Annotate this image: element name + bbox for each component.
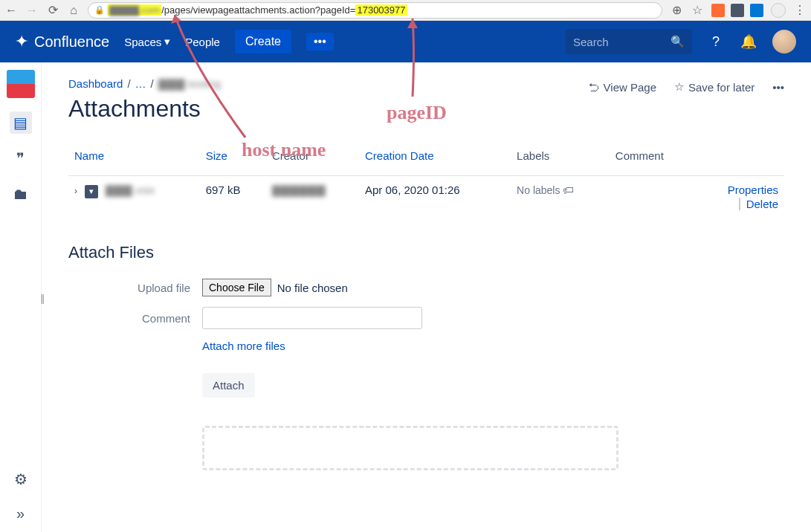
search-input[interactable]: Search 🔍 — [566, 29, 692, 54]
tree-icon[interactable]: 🖿 — [10, 183, 32, 205]
crumb-dashboard[interactable]: Dashboard — [68, 77, 123, 91]
attach-files-heading: Attach Files — [68, 243, 784, 262]
confluence-logo[interactable]: ✦ Confluence — [15, 32, 109, 51]
no-file-text: No file chosen — [277, 282, 348, 294]
attach-more-link[interactable]: Attach more files — [202, 340, 285, 352]
search-placeholder: Search — [573, 36, 609, 48]
view-page-link[interactable]: ⮌View Page — [588, 81, 656, 94]
product-name: Confluence — [34, 33, 109, 51]
comment-input[interactable] — [202, 307, 422, 329]
app-header: ✦ Confluence Spaces▾ People Create ••• S… — [0, 21, 811, 62]
main-content: ⮌View Page ☆Save for later ••• Dashboard… — [42, 62, 811, 532]
page-actions: ⮌View Page ☆Save for later ••• — [588, 80, 784, 94]
upload-file-label: Upload file — [68, 282, 202, 294]
table-row: › ▾ ▇▇▇.vsix 697 kB ▇▇▇▇▇▇ Apr 06, 2020 … — [68, 176, 784, 218]
profile-avatar-browser[interactable] — [771, 3, 786, 18]
reload-button[interactable]: ⟳ — [46, 4, 59, 17]
col-comment: Comment — [610, 142, 695, 176]
blog-icon[interactable]: ❞ — [10, 147, 32, 169]
extension-2[interactable] — [731, 4, 744, 17]
page-more-menu[interactable]: ••• — [772, 81, 784, 94]
crumb-ellipsis[interactable]: … — [135, 77, 146, 91]
nav-spaces[interactable]: Spaces▾ — [124, 35, 170, 48]
expand-toggle[interactable]: › — [74, 186, 77, 196]
arrow-left-icon: ⮌ — [588, 81, 599, 94]
attachments-table: Name Size Creator Creation Date Labels C… — [68, 142, 784, 218]
app-body: ▤ ❞ 🖿 ‖ ⚙ » ⮌View Page ☆Save for later •… — [0, 62, 811, 532]
tag-icon[interactable]: 🏷 — [563, 184, 574, 196]
save-for-later-link[interactable]: ☆Save for later — [674, 80, 755, 94]
url-pageid-highlight: 173003977 — [355, 4, 407, 16]
space-icon[interactable] — [7, 70, 35, 98]
create-button[interactable]: Create — [235, 30, 291, 53]
choose-file-button[interactable]: Choose File — [202, 279, 271, 296]
extension-1[interactable] — [711, 4, 725, 17]
url-host-highlight: ▇▇▇▇.com — [108, 4, 161, 16]
comment-label: Comment — [68, 312, 202, 325]
profile-avatar[interactable] — [772, 30, 796, 53]
url-path: /pages/viewpageattachments.action?pageId… — [161, 4, 355, 16]
notifications-icon[interactable]: 🔔 — [740, 33, 757, 51]
col-name[interactable]: Name — [68, 142, 200, 176]
home-button[interactable]: ⌂ — [67, 4, 80, 17]
col-labels: Labels — [511, 142, 610, 176]
star-outline-icon: ☆ — [674, 80, 684, 94]
properties-link[interactable]: Properties — [701, 184, 778, 196]
star-icon[interactable]: ☆ — [691, 4, 704, 17]
page-title: Attachments — [68, 95, 784, 123]
settings-icon[interactable]: ⚙ — [10, 468, 32, 490]
col-creator: Creator — [266, 142, 359, 176]
lock-icon: 🔒 — [94, 5, 105, 15]
dropzone[interactable] — [202, 426, 618, 470]
address-bar[interactable]: 🔒 ▇▇▇▇.com/pages/viewpageattachments.act… — [88, 2, 662, 19]
back-button[interactable]: ← — [4, 4, 18, 17]
browser-toolbar: ← → ⟳ ⌂ 🔒 ▇▇▇▇.com/pages/viewpageattachm… — [0, 0, 811, 21]
nav-people[interactable]: People — [185, 36, 220, 48]
zoom-icon[interactable]: ⊕ — [670, 4, 683, 17]
delete-link[interactable]: Delete — [739, 198, 778, 210]
chevron-down-icon: ▾ — [164, 35, 170, 48]
file-name[interactable]: ▇▇▇.vsix — [106, 184, 155, 196]
file-icon: ▾ — [85, 185, 98, 198]
extension-icons — [711, 4, 763, 17]
attach-button[interactable]: Attach — [202, 373, 255, 398]
breadcrumb: Dashboard / … / ▇▇▇ tooling — [68, 77, 588, 91]
expand-icon[interactable]: » — [10, 502, 32, 525]
pages-icon[interactable]: ▤ — [10, 111, 32, 134]
help-icon[interactable]: ? — [707, 33, 725, 51]
confluence-icon: ✦ — [15, 32, 28, 51]
crumb-current[interactable]: ▇▇▇ tooling — [158, 77, 221, 91]
forward-button[interactable]: → — [25, 4, 39, 17]
file-size: 697 kB — [200, 176, 266, 218]
file-creator[interactable]: ▇▇▇▇▇▇ — [272, 184, 326, 196]
search-icon: 🔍 — [671, 35, 685, 48]
more-button[interactable]: ••• — [306, 33, 334, 51]
extension-3[interactable] — [750, 4, 763, 17]
kebab-menu[interactable]: ⋮ — [793, 4, 807, 17]
col-date[interactable]: Creation Date — [359, 142, 511, 176]
file-date: Apr 06, 2020 01:26 — [359, 176, 511, 218]
sidebar: ▤ ❞ 🖿 ‖ ⚙ » — [0, 62, 42, 532]
no-labels: No labels — [517, 184, 560, 196]
collapse-handle[interactable]: ‖ — [40, 293, 45, 304]
col-size[interactable]: Size — [200, 142, 266, 176]
